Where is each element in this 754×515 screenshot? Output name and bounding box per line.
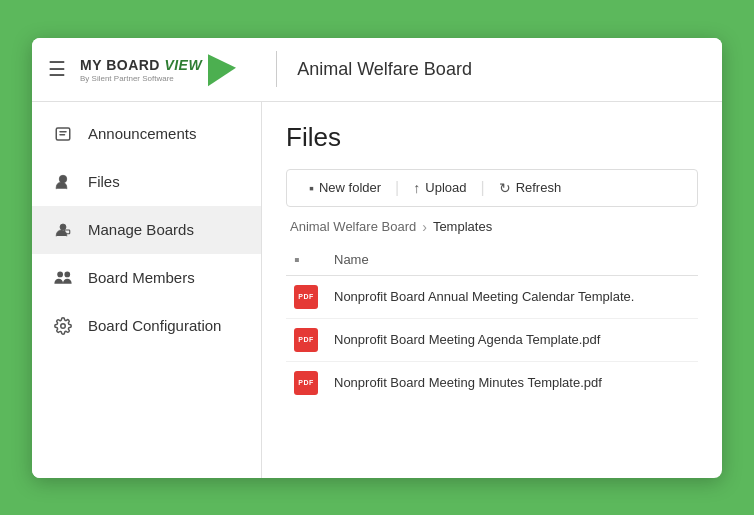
- pdf-icon: PDF: [294, 285, 318, 309]
- file-icon-cell: PDF: [286, 361, 326, 404]
- file-table: ▪ Name PDFNonprofit Board Annual Meeting…: [286, 245, 698, 404]
- new-folder-label: New folder: [319, 180, 381, 195]
- file-icon-cell: PDF: [286, 318, 326, 361]
- hamburger-icon[interactable]: ☰: [48, 57, 66, 81]
- breadcrumb: Animal Welfare Board › Templates: [286, 219, 698, 235]
- logo-area: MY BOARD VIEW By Silent Partner Software: [80, 53, 236, 85]
- body: Announcements Files Manage Boards: [32, 102, 722, 478]
- sidebar-item-announcements-label: Announcements: [88, 125, 196, 142]
- svg-point-7: [64, 271, 70, 277]
- svg-point-4: [60, 224, 66, 230]
- refresh-button[interactable]: ↻ Refresh: [489, 176, 572, 200]
- upload-icon: ↑: [413, 180, 420, 196]
- file-name-cell: Nonprofit Board Annual Meeting Calendar …: [326, 275, 698, 318]
- table-row[interactable]: PDFNonprofit Board Meeting Agenda Templa…: [286, 318, 698, 361]
- logo-view: VIEW: [164, 57, 202, 73]
- page-title: Files: [286, 122, 698, 153]
- refresh-icon: ↻: [499, 180, 511, 196]
- breadcrumb-separator: ›: [422, 219, 427, 235]
- header-divider: [276, 51, 277, 87]
- refresh-label: Refresh: [516, 180, 562, 195]
- pdf-icon: PDF: [294, 328, 318, 352]
- board-configuration-icon: [52, 315, 74, 337]
- col-name-header: Name: [326, 245, 698, 276]
- sidebar-item-files-label: Files: [88, 173, 120, 190]
- logo-sub: By Silent Partner Software: [80, 74, 202, 83]
- col-icon-header: ▪: [286, 245, 326, 276]
- app-window: ☰ MY BOARD VIEW By Silent Partner Softwa…: [32, 38, 722, 478]
- sidebar-item-board-members-label: Board Members: [88, 269, 195, 286]
- board-members-icon: [52, 267, 74, 289]
- breadcrumb-root[interactable]: Animal Welfare Board: [290, 219, 416, 234]
- svg-point-6: [57, 271, 63, 277]
- board-name: Animal Welfare Board: [297, 59, 472, 80]
- announcements-icon: [52, 123, 74, 145]
- breadcrumb-current: Templates: [433, 219, 492, 234]
- file-name-cell: Nonprofit Board Meeting Minutes Template…: [326, 361, 698, 404]
- logo-triangle-icon: [208, 52, 236, 86]
- pdf-icon: PDF: [294, 371, 318, 395]
- table-row[interactable]: PDFNonprofit Board Meeting Minutes Templ…: [286, 361, 698, 404]
- sidebar-item-manage-boards[interactable]: Manage Boards: [32, 206, 261, 254]
- main-content: Files ▪ New folder | ↑ Upload | ↻ Refres…: [262, 102, 722, 478]
- sidebar-item-board-members[interactable]: Board Members: [32, 254, 261, 302]
- new-folder-button[interactable]: ▪ New folder: [299, 176, 391, 200]
- files-icon: [52, 171, 74, 193]
- file-name-cell: Nonprofit Board Meeting Agenda Template.…: [326, 318, 698, 361]
- file-icon-cell: PDF: [286, 275, 326, 318]
- manage-boards-icon: [52, 219, 74, 241]
- sidebar-item-announcements[interactable]: Announcements: [32, 110, 261, 158]
- folder-column-icon: ▪: [294, 251, 300, 268]
- header: ☰ MY BOARD VIEW By Silent Partner Softwa…: [32, 38, 722, 102]
- sidebar-item-board-configuration-label: Board Configuration: [88, 317, 221, 334]
- sidebar-item-manage-boards-label: Manage Boards: [88, 221, 194, 238]
- sidebar-item-files[interactable]: Files: [32, 158, 261, 206]
- svg-point-8: [61, 323, 66, 328]
- svg-point-3: [59, 175, 67, 183]
- toolbar: ▪ New folder | ↑ Upload | ↻ Refresh: [286, 169, 698, 207]
- logo-board: BOARD: [106, 57, 164, 73]
- logo-text-block: MY BOARD VIEW By Silent Partner Software: [80, 56, 202, 83]
- logo-my: MY: [80, 57, 106, 73]
- sidebar: Announcements Files Manage Boards: [32, 102, 262, 478]
- folder-icon: ▪: [309, 180, 314, 196]
- table-row[interactable]: PDFNonprofit Board Annual Meeting Calend…: [286, 275, 698, 318]
- upload-button[interactable]: ↑ Upload: [403, 176, 476, 200]
- upload-label: Upload: [425, 180, 466, 195]
- sidebar-item-board-configuration[interactable]: Board Configuration: [32, 302, 261, 350]
